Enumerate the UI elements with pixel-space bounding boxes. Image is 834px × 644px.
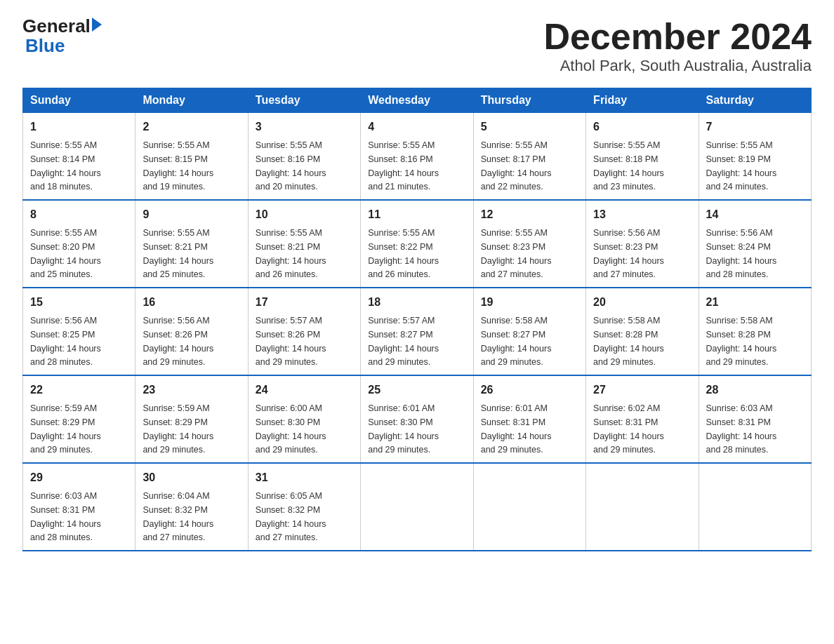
table-row [699, 463, 811, 551]
calendar-week-row: 22 Sunrise: 5:59 AMSunset: 8:29 PMDaylig… [23, 375, 812, 463]
calendar-title: December 2024 [543, 17, 812, 57]
col-tuesday: Tuesday [248, 88, 360, 113]
table-row: 14 Sunrise: 5:56 AMSunset: 8:24 PMDaylig… [699, 200, 811, 288]
table-row: 9 Sunrise: 5:55 AMSunset: 8:21 PMDayligh… [135, 200, 248, 288]
table-row: 12 Sunrise: 5:55 AMSunset: 8:23 PMDaylig… [473, 200, 585, 288]
day-info: Sunrise: 5:55 AMSunset: 8:21 PMDaylight:… [143, 228, 213, 279]
table-row: 3 Sunrise: 5:55 AMSunset: 8:16 PMDayligh… [248, 113, 360, 201]
day-number: 15 [30, 294, 128, 311]
day-info: Sunrise: 5:55 AMSunset: 8:17 PMDaylight:… [481, 140, 552, 192]
day-number: 21 [706, 294, 804, 311]
day-number: 18 [368, 294, 465, 311]
page-header: General Blue December 2024 Athol Park, S… [22, 17, 812, 75]
calendar-week-row: 15 Sunrise: 5:56 AMSunset: 8:25 PMDaylig… [23, 288, 812, 375]
day-number: 9 [143, 206, 240, 223]
day-number: 28 [706, 382, 804, 398]
day-info: Sunrise: 6:03 AMSunset: 8:31 PMDaylight:… [706, 403, 777, 455]
table-row: 22 Sunrise: 5:59 AMSunset: 8:29 PMDaylig… [23, 375, 135, 463]
day-info: Sunrise: 5:55 AMSunset: 8:23 PMDaylight:… [481, 228, 552, 279]
table-row: 30 Sunrise: 6:04 AMSunset: 8:32 PMDaylig… [135, 463, 248, 551]
calendar-subtitle: Athol Park, South Australia, Australia [543, 57, 812, 75]
day-number: 19 [481, 294, 578, 311]
table-row: 10 Sunrise: 5:55 AMSunset: 8:21 PMDaylig… [248, 200, 360, 288]
table-row: 18 Sunrise: 5:57 AMSunset: 8:27 PMDaylig… [361, 288, 473, 375]
table-row: 19 Sunrise: 5:58 AMSunset: 8:27 PMDaylig… [473, 288, 585, 375]
day-info: Sunrise: 6:01 AMSunset: 8:30 PMDaylight:… [368, 403, 439, 455]
day-info: Sunrise: 5:55 AMSunset: 8:22 PMDaylight:… [368, 228, 439, 279]
col-sunday: Sunday [23, 88, 135, 113]
day-number: 10 [256, 206, 353, 223]
table-row: 25 Sunrise: 6:01 AMSunset: 8:30 PMDaylig… [361, 375, 473, 463]
day-number: 25 [368, 382, 465, 398]
table-row: 24 Sunrise: 6:00 AMSunset: 8:30 PMDaylig… [248, 375, 360, 463]
day-info: Sunrise: 5:57 AMSunset: 8:26 PMDaylight:… [256, 316, 326, 367]
day-info: Sunrise: 5:55 AMSunset: 8:14 PMDaylight:… [30, 140, 101, 192]
day-info: Sunrise: 5:59 AMSunset: 8:29 PMDaylight:… [30, 403, 101, 455]
day-number: 29 [30, 469, 128, 486]
table-row: 6 Sunrise: 5:55 AMSunset: 8:18 PMDayligh… [586, 113, 699, 201]
logo: General Blue [22, 17, 102, 57]
table-row: 27 Sunrise: 6:02 AMSunset: 8:31 PMDaylig… [586, 375, 699, 463]
table-row: 15 Sunrise: 5:56 AMSunset: 8:25 PMDaylig… [23, 288, 135, 375]
day-number: 30 [143, 469, 240, 486]
table-row: 26 Sunrise: 6:01 AMSunset: 8:31 PMDaylig… [473, 375, 585, 463]
day-number: 20 [593, 294, 691, 311]
table-row: 20 Sunrise: 5:58 AMSunset: 8:28 PMDaylig… [586, 288, 699, 375]
day-info: Sunrise: 6:01 AMSunset: 8:31 PMDaylight:… [481, 403, 552, 455]
day-number: 6 [593, 119, 691, 135]
day-number: 4 [368, 119, 465, 135]
day-info: Sunrise: 5:57 AMSunset: 8:27 PMDaylight:… [368, 316, 439, 367]
calendar-week-row: 1 Sunrise: 5:55 AMSunset: 8:14 PMDayligh… [23, 113, 812, 201]
day-info: Sunrise: 6:03 AMSunset: 8:31 PMDaylight:… [30, 491, 101, 542]
table-row: 4 Sunrise: 5:55 AMSunset: 8:16 PMDayligh… [361, 113, 473, 201]
table-row: 28 Sunrise: 6:03 AMSunset: 8:31 PMDaylig… [699, 375, 811, 463]
day-info: Sunrise: 5:55 AMSunset: 8:21 PMDaylight:… [256, 228, 326, 279]
day-info: Sunrise: 5:55 AMSunset: 8:16 PMDaylight:… [256, 140, 326, 192]
day-info: Sunrise: 6:05 AMSunset: 8:32 PMDaylight:… [256, 491, 326, 542]
day-number: 24 [256, 382, 353, 398]
day-number: 3 [256, 119, 353, 135]
table-row: 11 Sunrise: 5:55 AMSunset: 8:22 PMDaylig… [361, 200, 473, 288]
table-row: 1 Sunrise: 5:55 AMSunset: 8:14 PMDayligh… [23, 113, 135, 201]
day-info: Sunrise: 5:55 AMSunset: 8:20 PMDaylight:… [30, 228, 101, 279]
calendar-header-row: Sunday Monday Tuesday Wednesday Thursday… [23, 88, 812, 113]
day-number: 12 [481, 206, 578, 223]
table-row [473, 463, 585, 551]
table-row: 29 Sunrise: 6:03 AMSunset: 8:31 PMDaylig… [23, 463, 135, 551]
title-block: December 2024 Athol Park, South Australi… [543, 17, 812, 75]
day-number: 23 [143, 382, 240, 398]
day-number: 31 [256, 469, 353, 486]
day-number: 11 [368, 206, 465, 223]
logo-general: General [22, 17, 91, 35]
table-row: 17 Sunrise: 5:57 AMSunset: 8:26 PMDaylig… [248, 288, 360, 375]
day-number: 1 [30, 119, 128, 135]
day-info: Sunrise: 5:56 AMSunset: 8:25 PMDaylight:… [30, 316, 101, 367]
day-info: Sunrise: 5:58 AMSunset: 8:28 PMDaylight:… [706, 316, 777, 367]
table-row [361, 463, 473, 551]
day-info: Sunrise: 5:55 AMSunset: 8:16 PMDaylight:… [368, 140, 439, 192]
table-row: 8 Sunrise: 5:55 AMSunset: 8:20 PMDayligh… [23, 200, 135, 288]
table-row [586, 463, 699, 551]
day-number: 8 [30, 206, 128, 223]
calendar-table: Sunday Monday Tuesday Wednesday Thursday… [22, 88, 812, 551]
logo-arrow-icon [92, 18, 102, 32]
table-row: 16 Sunrise: 5:56 AMSunset: 8:26 PMDaylig… [135, 288, 248, 375]
day-info: Sunrise: 5:59 AMSunset: 8:29 PMDaylight:… [143, 403, 213, 455]
day-info: Sunrise: 5:56 AMSunset: 8:23 PMDaylight:… [593, 228, 664, 279]
table-row: 5 Sunrise: 5:55 AMSunset: 8:17 PMDayligh… [473, 113, 585, 201]
day-number: 2 [143, 119, 240, 135]
day-info: Sunrise: 5:55 AMSunset: 8:18 PMDaylight:… [593, 140, 664, 192]
day-number: 27 [593, 382, 691, 398]
col-wednesday: Wednesday [361, 88, 473, 113]
calendar-week-row: 8 Sunrise: 5:55 AMSunset: 8:20 PMDayligh… [23, 200, 812, 288]
table-row: 13 Sunrise: 5:56 AMSunset: 8:23 PMDaylig… [586, 200, 699, 288]
col-friday: Friday [586, 88, 699, 113]
col-thursday: Thursday [473, 88, 585, 113]
table-row: 31 Sunrise: 6:05 AMSunset: 8:32 PMDaylig… [248, 463, 360, 551]
day-info: Sunrise: 5:56 AMSunset: 8:24 PMDaylight:… [706, 228, 777, 279]
day-number: 7 [706, 119, 804, 135]
day-info: Sunrise: 6:04 AMSunset: 8:32 PMDaylight:… [143, 491, 213, 542]
day-info: Sunrise: 5:56 AMSunset: 8:26 PMDaylight:… [143, 316, 213, 367]
table-row: 23 Sunrise: 5:59 AMSunset: 8:29 PMDaylig… [135, 375, 248, 463]
table-row: 2 Sunrise: 5:55 AMSunset: 8:15 PMDayligh… [135, 113, 248, 201]
